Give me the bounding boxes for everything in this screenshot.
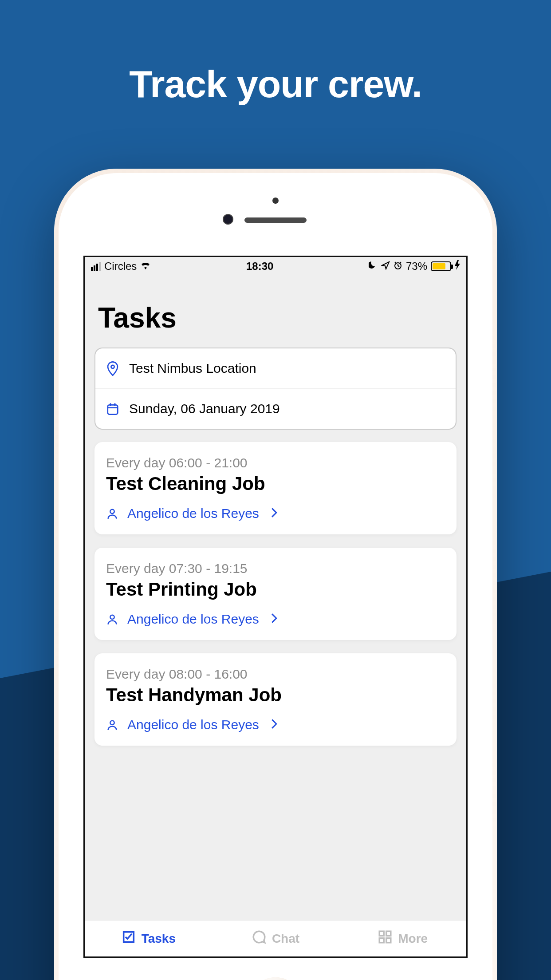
tab-bar: Tasks Chat More — [85, 920, 466, 956]
task-title: Test Printing Job — [106, 579, 445, 600]
status-time: 18:30 — [246, 260, 273, 273]
tab-more[interactable]: More — [339, 921, 466, 956]
charging-icon — [455, 260, 460, 273]
alarm-icon — [394, 260, 402, 273]
signal-icon — [91, 262, 101, 271]
wifi-icon — [140, 261, 151, 272]
battery-percent: 73% — [406, 260, 427, 273]
chat-icon — [252, 929, 267, 948]
location-arrow-icon — [381, 260, 390, 273]
filter-card: Test Nimbus Location Sunday, 06 January … — [94, 348, 457, 430]
calendar-icon — [106, 402, 119, 415]
filter-location[interactable]: Test Nimbus Location — [95, 348, 456, 388]
filter-date[interactable]: Sunday, 06 January 2019 — [95, 388, 456, 429]
marketing-headline: Track your crew. — [0, 62, 551, 106]
svg-point-3 — [110, 510, 114, 514]
task-assignee-row[interactable]: Angelico de los Reyes — [106, 506, 445, 521]
task-title: Test Cleaning Job — [106, 473, 445, 494]
task-schedule: Every day 08:00 - 16:00 — [106, 667, 445, 682]
task-schedule: Every day 07:30 - 19:15 — [106, 561, 445, 576]
chevron-right-icon — [271, 506, 278, 521]
tab-label: More — [398, 932, 428, 946]
task-card[interactable]: Every day 06:00 - 21:00 Test Cleaning Jo… — [94, 442, 457, 534]
page-title: Tasks — [85, 276, 466, 348]
task-title: Test Handyman Job — [106, 684, 445, 706]
chevron-right-icon — [271, 612, 278, 627]
status-bar: Circles 18:30 73% — [85, 257, 466, 276]
tab-chat[interactable]: Chat — [212, 921, 339, 956]
tasks-icon — [121, 929, 136, 948]
task-card[interactable]: Every day 08:00 - 16:00 Test Handyman Jo… — [94, 653, 457, 746]
person-icon — [106, 719, 118, 731]
person-icon — [106, 507, 118, 520]
task-schedule: Every day 06:00 - 21:00 — [106, 455, 445, 470]
tab-tasks[interactable]: Tasks — [85, 921, 212, 956]
task-assignee-row[interactable]: Angelico de los Reyes — [106, 717, 445, 732]
tab-label: Chat — [272, 932, 299, 946]
grid-icon — [378, 929, 393, 948]
app-screen: Circles 18:30 73% — [83, 256, 468, 958]
task-assignee-name: Angelico de los Reyes — [127, 717, 259, 732]
filter-location-value: Test Nimbus Location — [129, 361, 256, 376]
task-assignee-name: Angelico de los Reyes — [127, 506, 259, 521]
phone-home-button — [249, 977, 302, 980]
svg-point-5 — [110, 721, 114, 725]
carrier-label: Circles — [104, 260, 137, 273]
svg-rect-2 — [108, 405, 118, 414]
task-assignee-row[interactable]: Angelico de los Reyes — [106, 612, 445, 627]
task-assignee-name: Angelico de los Reyes — [127, 612, 259, 627]
phone-speaker — [244, 217, 307, 223]
filter-date-value: Sunday, 06 January 2019 — [129, 401, 280, 416]
svg-point-4 — [110, 615, 114, 619]
chevron-right-icon — [271, 717, 278, 732]
tab-label: Tasks — [142, 932, 176, 946]
person-icon — [106, 613, 118, 625]
svg-point-1 — [111, 365, 114, 368]
battery-icon — [431, 261, 451, 271]
task-list[interactable]: Every day 06:00 - 21:00 Test Cleaning Jo… — [85, 430, 466, 746]
location-pin-icon — [106, 361, 119, 376]
phone-front-camera — [223, 214, 233, 225]
phone-bezel: Circles 18:30 73% — [59, 173, 492, 980]
phone-top-sensor — [272, 198, 279, 204]
moon-icon — [369, 260, 378, 273]
phone-frame: Circles 18:30 73% — [54, 169, 497, 980]
task-card[interactable]: Every day 07:30 - 19:15 Test Printing Jo… — [94, 548, 457, 640]
